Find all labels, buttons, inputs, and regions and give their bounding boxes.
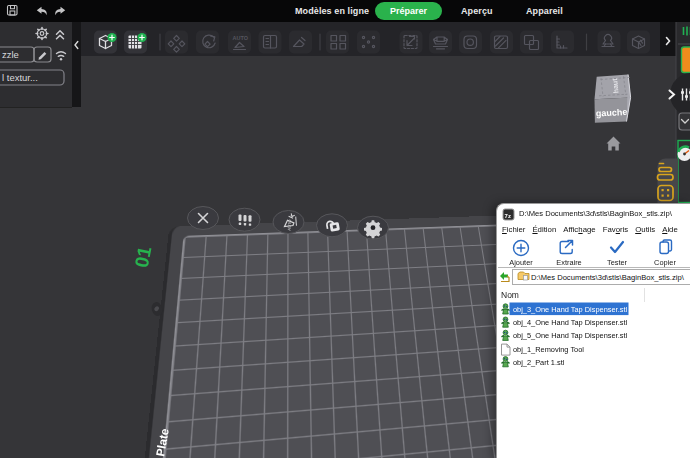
svg-text:Ajouter: Ajouter bbox=[509, 258, 533, 267]
svg-text:01: 01 bbox=[131, 244, 156, 269]
svg-text:D:\Mes Documents\3d\stls\Bagin: D:\Mes Documents\3d\stls\BaginBox_stls.z… bbox=[531, 273, 685, 282]
svg-text:Copier: Copier bbox=[654, 258, 676, 267]
svg-text:Extraire: Extraire bbox=[556, 258, 581, 267]
svg-text:AUTO: AUTO bbox=[233, 35, 249, 41]
svg-text:obj_2_Part 1.stl: obj_2_Part 1.stl bbox=[513, 358, 565, 367]
svg-text:7z: 7z bbox=[505, 213, 511, 219]
svg-text:l textur...: l textur... bbox=[2, 72, 38, 83]
svg-text:Tester: Tester bbox=[607, 258, 628, 267]
svg-text:gauche: gauche bbox=[596, 107, 628, 119]
svg-text:obj_1_Removing Tool: obj_1_Removing Tool bbox=[513, 345, 584, 354]
svg-text:zzle: zzle bbox=[2, 49, 19, 60]
svg-text:obj_5_One Hand Tap Dispenser.s: obj_5_One Hand Tap Dispenser.stl bbox=[513, 331, 627, 340]
svg-text:obj_4_One Hand Tap Dispenser.s: obj_4_One Hand Tap Dispenser.stl bbox=[513, 318, 627, 327]
svg-text:obj_3_One Hand Tap Dispenser.s: obj_3_One Hand Tap Dispenser.stl bbox=[513, 305, 627, 314]
svg-text:Plate: Plate bbox=[153, 427, 172, 458]
